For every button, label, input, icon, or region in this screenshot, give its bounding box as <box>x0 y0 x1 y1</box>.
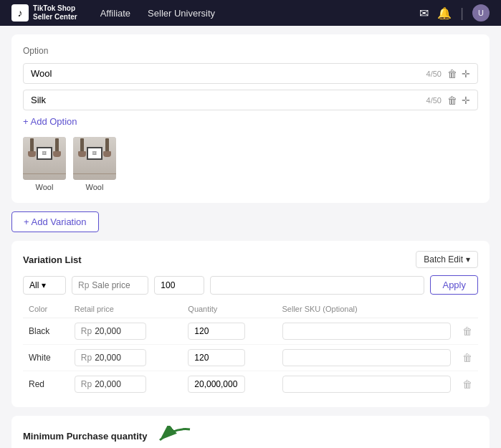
sku-input-white[interactable] <box>282 349 451 366</box>
color-cell-black: Black <box>23 318 69 345</box>
variation-title: Variation List <box>23 254 82 265</box>
price-cell-red: Rp 20,000 <box>69 371 183 398</box>
sku-cell-black <box>277 318 457 345</box>
qty-cell-black <box>182 318 276 345</box>
table-row: White Rp 20,000 🗑 <box>23 345 478 371</box>
rp-prefix-black: Rp <box>81 326 92 336</box>
price-value-black: 20,000 <box>95 326 121 336</box>
drag-option-icon[interactable]: ✛ <box>462 69 470 79</box>
delete-row-red-icon[interactable]: 🗑 <box>462 378 472 390</box>
header-nav: Affiliate Seller University <box>100 8 215 19</box>
nav-affiliate[interactable]: Affiliate <box>100 8 130 19</box>
price-value-red: 20,000 <box>95 379 121 389</box>
header-icons: ✉ 🔔 | U <box>419 4 490 22</box>
delete-option-icon[interactable]: 🗑 <box>447 69 457 79</box>
sku-cell-white <box>277 345 457 371</box>
option-row-wool: 4/50 🗑 ✛ <box>23 63 478 84</box>
chevron-down-icon: ▾ <box>466 254 470 264</box>
thumb-item-1[interactable]: 🖼 Wool <box>23 137 66 191</box>
option-icons-wool: 🗑 ✛ <box>447 69 470 79</box>
add-variation-container: + Add Variation <box>11 211 490 232</box>
thumb-image-2: 🖼 <box>73 137 116 180</box>
min-purchase-label: Minimum Purchase quantity <box>23 431 147 442</box>
batch-select-value: All <box>29 280 39 290</box>
qty-cell-red <box>182 371 276 398</box>
option-count-wool: 4/50 <box>426 70 442 78</box>
option-count-silk: 4/50 <box>426 96 442 105</box>
delete-option-silk-icon[interactable]: 🗑 <box>447 95 457 105</box>
batch-select-chevron-icon: ▾ <box>42 280 46 290</box>
bell-icon[interactable]: 🔔 <box>437 6 452 20</box>
message-icon[interactable]: ✉ <box>419 6 429 20</box>
add-variation-button[interactable]: + Add Variation <box>11 211 99 232</box>
min-purchase-header: Minimum Purchase quantity <box>23 426 478 446</box>
sku-cell-red <box>277 371 457 398</box>
price-cell-white: Rp 20,000 <box>69 345 183 371</box>
price-value-white: 20,000 <box>95 353 121 363</box>
option-icons-silk: 🗑 ✛ <box>447 95 470 105</box>
batch-select[interactable]: All ▾ <box>23 276 66 295</box>
qty-input-black[interactable] <box>188 323 245 340</box>
variation-table: Color Retail price Quantity Seller SKU (… <box>23 300 478 397</box>
apply-button[interactable]: Apply <box>430 275 478 295</box>
option-row-silk: 4/50 🗑 ✛ <box>23 90 478 110</box>
price-cell-black: Rp 20,000 <box>69 318 183 345</box>
thumb-label-1: Wool <box>36 183 54 191</box>
price-input-black[interactable]: Rp 20,000 <box>75 323 146 340</box>
sku-input-black[interactable] <box>282 323 451 340</box>
delete-cell-black: 🗑 <box>457 318 478 345</box>
rp-prefix-red: Rp <box>81 379 92 389</box>
delete-row-white-icon[interactable]: 🗑 <box>462 352 472 363</box>
sale-price-input-wrap: Rp <box>72 276 148 295</box>
col-sku: Seller SKU (Optional) <box>277 300 457 318</box>
main-content: Option 4/50 🗑 ✛ 4/50 🗑 ✛ + Add Option <box>0 26 501 448</box>
thumbnails-container: 🖼 Wool <box>23 137 478 191</box>
thumb-image-1: 🖼 <box>23 137 66 180</box>
arrow-indicator-icon <box>153 426 192 446</box>
delete-cell-red: 🗑 <box>457 371 478 398</box>
batch-input-row: All ▾ Rp Apply <box>23 275 478 295</box>
price-input-white[interactable]: Rp 20,000 <box>75 349 146 366</box>
col-quantity: Quantity <box>182 300 276 318</box>
option-label: Option <box>23 46 478 56</box>
avatar[interactable]: U <box>472 4 490 22</box>
logo: ♪ TikTok ShopSeller Center <box>11 4 77 22</box>
table-row: Red Rp 20,000 🗑 <box>23 371 478 398</box>
option-section: Option 4/50 🗑 ✛ 4/50 🗑 ✛ + Add Option <box>11 34 490 203</box>
sale-price-input[interactable] <box>92 280 142 290</box>
option-input-wool[interactable] <box>31 68 426 79</box>
thumb-item-2[interactable]: 🖼 Wool <box>73 137 116 191</box>
header: ♪ TikTok ShopSeller Center Affiliate Sel… <box>0 0 501 26</box>
min-purchase-section: Minimum Purchase quantity <box>11 416 490 448</box>
tiktok-logo-icon: ♪ <box>11 4 29 22</box>
logo-text: TikTok ShopSeller Center <box>33 4 77 22</box>
qty-input-white[interactable] <box>188 349 245 366</box>
col-color: Color <box>23 300 69 318</box>
qty-cell-white <box>182 345 276 371</box>
color-cell-red: Red <box>23 371 69 398</box>
col-retail-price: Retail price <box>69 300 183 318</box>
quantity-batch-input[interactable] <box>154 276 204 295</box>
variation-section: Variation List Batch Edit ▾ All ▾ Rp App… <box>11 241 490 407</box>
batch-edit-button[interactable]: Batch Edit ▾ <box>416 251 478 268</box>
drag-option-silk-icon[interactable]: ✛ <box>462 95 470 105</box>
batch-edit-label: Batch Edit <box>424 254 463 264</box>
thumb-label-2: Wool <box>86 183 104 191</box>
option-input-silk[interactable] <box>31 95 426 105</box>
nav-seller-university[interactable]: Seller University <box>148 8 215 19</box>
sku-input-red[interactable] <box>282 376 451 393</box>
variation-header: Variation List Batch Edit ▾ <box>23 251 478 268</box>
table-row: Black Rp 20,000 🗑 <box>23 318 478 345</box>
delete-row-black-icon[interactable]: 🗑 <box>462 325 472 337</box>
delete-cell-white: 🗑 <box>457 345 478 371</box>
rp-prefix-white: Rp <box>81 353 92 363</box>
price-input-red[interactable]: Rp 20,000 <box>75 376 146 393</box>
color-cell-white: White <box>23 345 69 371</box>
add-option-button[interactable]: + Add Option <box>23 116 77 127</box>
sku-batch-input[interactable] <box>210 276 424 295</box>
qty-input-red[interactable] <box>188 376 245 393</box>
rp-label: Rp <box>78 280 89 290</box>
